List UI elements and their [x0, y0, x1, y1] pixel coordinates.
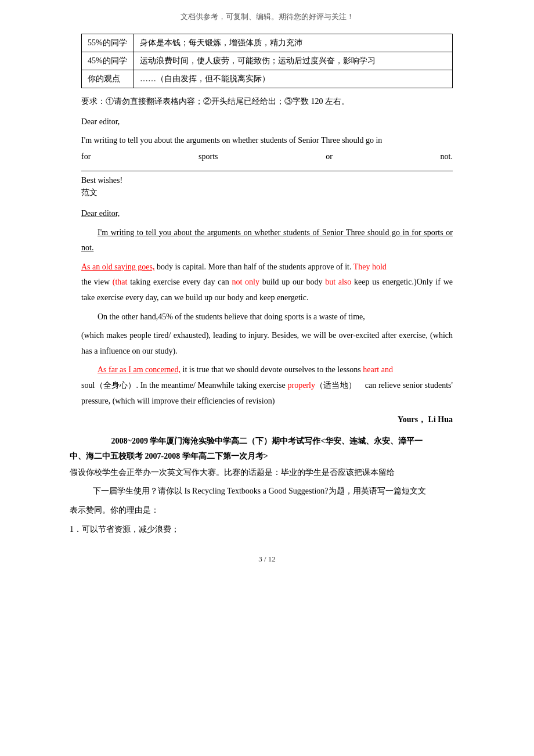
essay-para3-red2: properly — [287, 381, 315, 390]
template-line2: for sports or not. — [81, 149, 453, 165]
content-table: 55%的同学身体是本钱；每天锻炼，增强体质，精力充沛45%的同学运动浪费时间，使… — [81, 34, 453, 88]
best-wishes: Best wishes! — [81, 176, 453, 185]
section2-intro-span: 假设你校学生会正举办一次英文写作大赛。比赛的话题是：毕业的学生是否应该把课本留给 — [70, 465, 395, 481]
model-essay: Dear editor, I'm writing to tell you abo… — [81, 206, 453, 428]
section2-intro2-span: 下一届学生使用？请你以 Is Recycling Textbooks a Goo… — [93, 484, 418, 499]
table-cell-content: 运动浪费时间，使人疲劳，可能致伤；运动后过度兴奋，影响学习 — [134, 52, 453, 70]
essay-para2b: (which makes people tired/ exhausted), l… — [81, 328, 453, 359]
essay-para1-c: taking exercise every day can — [127, 278, 232, 286]
section2-heading: 2008~2009 学年厦门海沧实验中学高二（下）期中考试写作<华安、连城、永安… — [35, 436, 499, 447]
table-cell-content: 身体是本钱；每天锻炼，增强体质，精力充沛 — [134, 34, 453, 52]
page-container: 文档供参考，可复制、编辑。期待您的好评与关注！ 55%的同学身体是本钱；每天锻炼… — [0, 0, 534, 756]
section2-subheading: 中、海二中五校联考 2007-2008 学年高二下第一次月考> — [70, 451, 499, 462]
essay-para1-red3: not only — [232, 278, 259, 286]
essay-para1-red4: but also — [325, 278, 351, 286]
essay-para1-b: the view — [81, 278, 113, 286]
table-cell-content: ……（自由发挥，但不能脱离实际） — [134, 70, 453, 88]
section2-intro2: 下一届学生使用？请你以 Is Recycling Textbooks a Goo… — [35, 484, 499, 499]
essay-salutation: Dear editor, — [81, 206, 453, 222]
word-or: or — [326, 149, 333, 165]
essay-para3-a: it is true that we should devote ourselv… — [181, 365, 363, 374]
table-row: 55%的同学身体是本钱；每天锻炼，增强体质，精力充沛 — [82, 34, 453, 52]
table-cell-subject: 45%的同学 — [82, 52, 134, 70]
essay-para1-pre: As an old saying goes, — [81, 262, 154, 271]
table-cell-subject: 55%的同学 — [82, 34, 134, 52]
word-sports: sports — [199, 149, 218, 165]
essay-para1-red1: They hold — [353, 262, 387, 271]
section2-point1: 1．可以节省资源，减少浪费； — [70, 522, 499, 538]
table-cell-subject: 你的观点 — [82, 70, 134, 88]
page-number: 3 / 12 — [35, 555, 499, 564]
essay-para3: As far as I am concerned, it is true tha… — [81, 362, 453, 409]
essay-para3-b: soul（全身心）. In the meantime/ Meanwhile ta… — [81, 381, 287, 390]
essay-para1-red2: (that — [113, 278, 128, 286]
section2-content: 假设你校学生会正举办一次英文写作大赛。比赛的话题是：毕业的学生是否应该把课本留给… — [35, 465, 499, 537]
letter-template: Dear editor, I'm writing to tell you abo… — [81, 114, 453, 165]
template-salutation: Dear editor, — [81, 114, 453, 130]
word-not: not. — [441, 149, 453, 165]
essay-para3-red1: heart and — [363, 365, 393, 374]
essay-para1-a: body is capital. More than half of the s… — [154, 262, 353, 271]
essay-yours: Yours， Li Hua — [81, 412, 453, 428]
essay-para1: As an old saying goes, body is capital. … — [81, 260, 453, 306]
essay-para1-d: build up our body — [259, 278, 325, 286]
template-line1: I'm writing to tell you about the argume… — [81, 132, 453, 149]
watermark-text: 文档供参考，可复制、编辑。期待您的好评与关注！ — [35, 12, 499, 22]
table-row: 你的观点……（自由发挥，但不能脱离实际） — [82, 70, 453, 88]
fan-wen-label: 范文 — [81, 188, 453, 198]
divider — [81, 171, 453, 171]
essay-para3-pre: As far as I am concerned, — [98, 365, 181, 374]
section2-intro3: 表示赞同。你的理由是： — [70, 503, 499, 519]
essay-intro: I'm writing to tell you about the argume… — [81, 225, 453, 256]
word-for: for — [81, 149, 91, 165]
essay-para2: On the other hand,45% of the students be… — [81, 309, 453, 325]
table-row: 45%的同学运动浪费时间，使人疲劳，可能致伤；运动后过度兴奋，影响学习 — [82, 52, 453, 70]
requirements-text: 要求：①请勿直接翻译表格内容；②开头结尾已经给出；③字数 120 左右。 — [81, 96, 453, 107]
section2-intro: 假设你校学生会正举办一次英文写作大赛。比赛的话题是：毕业的学生是否应该把课本留给 — [35, 465, 499, 481]
